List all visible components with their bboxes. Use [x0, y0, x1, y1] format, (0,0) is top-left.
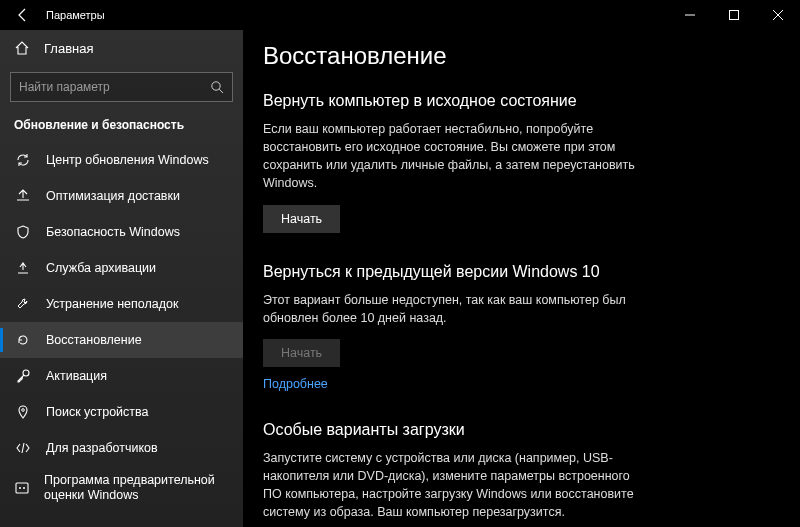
minimize-button[interactable] [668, 0, 712, 30]
sidebar-item-delivery-optimization[interactable]: Оптимизация доставки [0, 178, 243, 214]
section-reset-body: Если ваш компьютер работает нестабильно,… [263, 120, 643, 193]
page-title: Восстановление [263, 42, 770, 70]
content-area: Восстановление Вернуть компьютер в исход… [243, 30, 800, 527]
sidebar-item-label: Поиск устройства [46, 405, 149, 420]
sidebar-item-label: Центр обновления Windows [46, 153, 209, 168]
sidebar-item-windows-security[interactable]: Безопасность Windows [0, 214, 243, 250]
section-reset-title: Вернуть компьютер в исходное состояние [263, 92, 770, 110]
sidebar-item-label: Оптимизация доставки [46, 189, 180, 204]
svg-point-7 [22, 409, 25, 412]
home-icon [14, 40, 30, 56]
close-button[interactable] [756, 0, 800, 30]
home-link[interactable]: Главная [0, 30, 243, 66]
section-advanced-body: Запустите систему с устройства или диска… [263, 449, 643, 522]
section-goback-title: Вернуться к предыдущей версии Windows 10 [263, 263, 770, 281]
shield-icon [14, 223, 32, 241]
sidebar-item-find-device[interactable]: Поиск устройства [0, 394, 243, 430]
sidebar-item-label: Безопасность Windows [46, 225, 180, 240]
window-title: Параметры [46, 9, 105, 21]
section-goback: Вернуться к предыдущей версии Windows 10… [263, 263, 770, 391]
sidebar-item-label: Восстановление [46, 333, 142, 348]
titlebar: Параметры [0, 0, 800, 30]
reset-start-button[interactable]: Начать [263, 205, 340, 233]
window-controls [668, 0, 800, 30]
svg-point-10 [23, 487, 25, 489]
category-header: Обновление и безопасность [0, 112, 243, 142]
learn-more-link[interactable]: Подробнее [263, 377, 328, 391]
search-wrap [0, 66, 243, 112]
section-advanced: Особые варианты загрузки Запустите систе… [263, 421, 770, 527]
backup-icon [14, 259, 32, 277]
svg-rect-1 [730, 11, 739, 20]
svg-rect-8 [16, 483, 28, 493]
sidebar-item-label: Служба архивации [46, 261, 156, 276]
goback-start-button: Начать [263, 339, 340, 367]
sidebar-item-label: Для разработчиков [46, 441, 158, 456]
delivery-icon [14, 187, 32, 205]
key-icon [14, 367, 32, 385]
sidebar-item-label: Устранение неполадок [46, 297, 178, 312]
svg-line-5 [219, 89, 223, 93]
insider-icon [14, 479, 30, 497]
back-button[interactable] [8, 0, 38, 30]
sidebar-item-backup[interactable]: Служба архивации [0, 250, 243, 286]
search-icon [210, 80, 224, 94]
section-reset: Вернуть компьютер в исходное состояние Е… [263, 92, 770, 233]
code-icon [14, 439, 32, 457]
search-input[interactable] [19, 80, 210, 94]
home-label: Главная [44, 41, 93, 56]
sidebar: Главная Обновление и безопасность Центр … [0, 30, 243, 527]
location-icon [14, 403, 32, 421]
sidebar-item-troubleshoot[interactable]: Устранение неполадок [0, 286, 243, 322]
wrench-icon [14, 295, 32, 313]
sync-icon [14, 151, 32, 169]
sidebar-item-recovery[interactable]: Восстановление [0, 322, 243, 358]
sidebar-item-insider[interactable]: Программа предварительной оценки Windows [0, 466, 243, 510]
sidebar-item-windows-update[interactable]: Центр обновления Windows [0, 142, 243, 178]
search-box[interactable] [10, 72, 233, 102]
maximize-button[interactable] [712, 0, 756, 30]
section-advanced-title: Особые варианты загрузки [263, 421, 770, 439]
sidebar-item-activation[interactable]: Активация [0, 358, 243, 394]
svg-point-9 [19, 487, 21, 489]
sidebar-item-developers[interactable]: Для разработчиков [0, 430, 243, 466]
svg-point-4 [212, 82, 220, 90]
recovery-icon [14, 331, 32, 349]
sidebar-item-label: Активация [46, 369, 107, 384]
section-goback-body: Этот вариант больше недоступен, так как … [263, 291, 643, 327]
sidebar-item-label: Программа предварительной оценки Windows [44, 473, 243, 503]
